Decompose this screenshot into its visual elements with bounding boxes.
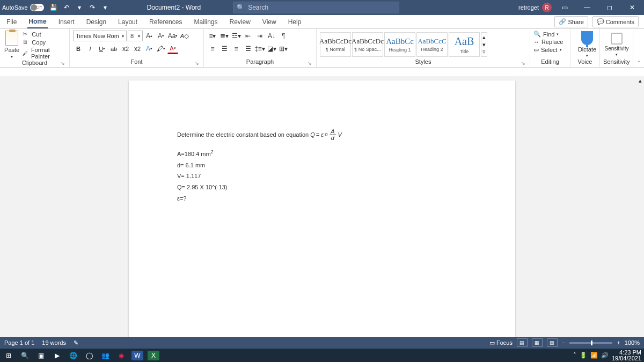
read-mode-button[interactable]: ▤	[517, 338, 528, 347]
highlight-button[interactable]: 🖍▾	[156, 43, 166, 54]
tab-layout[interactable]: Layout	[117, 16, 138, 28]
cut-button[interactable]: Cut	[23, 31, 66, 38]
document-page[interactable]: Determine the electric constant based on…	[129, 80, 515, 349]
minimize-button[interactable]: —	[577, 0, 597, 15]
edge-icon[interactable]: 🌐	[67, 351, 79, 360]
tray-chevron-icon[interactable]: ˄	[573, 352, 576, 359]
save-icon[interactable]: 💾	[49, 3, 58, 12]
tab-design[interactable]: Design	[85, 16, 107, 28]
tab-view[interactable]: View	[261, 16, 277, 28]
zoom-level[interactable]: 100%	[625, 339, 640, 346]
style-heading-1[interactable]: AaBbCcHeading 1	[384, 32, 415, 57]
tab-help[interactable]: Help	[287, 16, 303, 28]
align-left-button[interactable]: ≡	[207, 43, 218, 54]
zoom-out-button[interactable]: −	[562, 339, 565, 346]
bullets-button[interactable]: ≡▾	[207, 31, 218, 41]
avatar[interactable]: R	[542, 3, 552, 12]
style-title[interactable]: AaBTitle	[449, 32, 480, 57]
paste-button[interactable]: Paste ▾	[3, 31, 20, 59]
align-center-button[interactable]: ☰	[219, 43, 230, 54]
font-name-combo[interactable]: Times New Rom ▾	[73, 31, 127, 41]
tray-wifi-icon[interactable]: 📶	[590, 352, 598, 359]
styles-launcher-icon[interactable]: ↘	[521, 61, 525, 66]
qat-customize-icon[interactable]: ▾	[101, 3, 109, 12]
bold-button[interactable]: B	[73, 43, 84, 54]
search-box[interactable]: 🔍 Search	[233, 2, 399, 13]
find-button[interactable]: 🔍 Find ▾	[533, 31, 559, 38]
undo-icon[interactable]: ↶	[62, 3, 71, 12]
paragraph-launcher-icon[interactable]: ↘	[308, 61, 312, 66]
style-heading-2[interactable]: AaBbCcCHeading 2	[416, 32, 448, 57]
share-button[interactable]: 🔗 Share	[554, 16, 588, 27]
word-count[interactable]: 19 words	[42, 339, 66, 346]
maximize-button[interactable]: ◻	[600, 0, 619, 15]
clipboard-launcher-icon[interactable]: ↘	[61, 61, 65, 66]
word-icon[interactable]: W	[131, 351, 143, 360]
italic-button[interactable]: I	[85, 43, 96, 54]
style--no-spac-[interactable]: AaBbCcDc¶ No Spac...	[352, 32, 383, 57]
excel-icon[interactable]: X	[148, 351, 159, 360]
superscript-button[interactable]: x2	[132, 43, 143, 54]
grow-font-button[interactable]: A▴	[144, 31, 155, 41]
taskbar-app-1[interactable]: ▣	[35, 351, 47, 360]
zoom-slider[interactable]	[569, 342, 612, 344]
select-button[interactable]: ▭ Select ▾	[533, 46, 562, 53]
numbering-button[interactable]: ≣▾	[219, 31, 230, 41]
taskbar-app-2[interactable]: ▶	[51, 351, 63, 360]
teams-icon[interactable]: 👥	[99, 351, 111, 360]
text-effects-button[interactable]: A▾	[144, 43, 155, 54]
start-button[interactable]: ⊞	[3, 351, 14, 360]
change-case-button[interactable]: Aa▾	[167, 31, 178, 41]
multilevel-button[interactable]: ☲▾	[231, 31, 241, 41]
sensitivity-button[interactable]: Sensitivity ▾	[603, 31, 630, 58]
undo-more-icon[interactable]: ▾	[75, 3, 84, 12]
tab-insert[interactable]: Insert	[57, 16, 76, 28]
clear-format-button[interactable]: A◇	[179, 31, 190, 41]
font-size-combo[interactable]: 8▾	[128, 31, 143, 41]
font-launcher-icon[interactable]: ↘	[195, 61, 199, 66]
tab-references[interactable]: References	[148, 16, 183, 28]
tab-home[interactable]: Home	[27, 16, 47, 28]
copy-button[interactable]: Copy	[23, 39, 66, 46]
scroll-up-icon[interactable]: ▴	[639, 77, 642, 84]
sort-button[interactable]: A↓	[266, 31, 277, 41]
taskbar-search-icon[interactable]: 🔍	[19, 351, 31, 360]
increase-indent-button[interactable]: ⇥	[254, 31, 265, 41]
tab-mailings[interactable]: Mailings	[193, 16, 218, 28]
zoom-in-button[interactable]: +	[617, 339, 620, 346]
styles-scroll[interactable]: ▴▾▿	[481, 32, 487, 57]
format-painter-button[interactable]: Format Painter	[23, 47, 66, 60]
system-clock[interactable]: 4:23 PM 19/04/2021	[612, 350, 641, 361]
replace-button[interactable]: ↔ Replace	[533, 39, 563, 45]
redo-icon[interactable]: ↷	[88, 3, 97, 12]
tab-review[interactable]: Review	[228, 16, 251, 28]
borders-button[interactable]: ⊞▾	[278, 43, 289, 54]
vertical-scrollbar[interactable]: ▴▾	[636, 76, 644, 349]
collapse-ribbon-icon[interactable]: ˄	[638, 60, 640, 66]
taskbar-app-3[interactable]: ◉	[115, 351, 127, 360]
print-layout-button[interactable]: ▦	[532, 338, 543, 347]
style--normal[interactable]: AaBbCcDc¶ Normal	[320, 32, 351, 57]
decrease-indent-button[interactable]: ⇤	[243, 31, 253, 41]
page-indicator[interactable]: Page 1 of 1	[4, 339, 34, 346]
show-marks-button[interactable]: ¶	[278, 31, 289, 41]
chrome-icon[interactable]: ◯	[83, 351, 95, 360]
align-right-button[interactable]: ≡	[231, 43, 241, 54]
comments-button[interactable]: 💬 Comments	[592, 16, 639, 27]
strike-button[interactable]: ab	[108, 43, 119, 54]
spellcheck-icon[interactable]: ✎	[74, 339, 78, 346]
close-button[interactable]: ✕	[623, 0, 642, 15]
tray-battery-icon[interactable]: 🔋	[580, 352, 587, 359]
tab-file[interactable]: File	[5, 16, 18, 28]
line-spacing-button[interactable]: ‡≡▾	[254, 43, 265, 54]
subscript-button[interactable]: x2	[120, 43, 131, 54]
focus-mode-button[interactable]: ▭ Focus	[489, 339, 513, 346]
ribbon-mode-icon[interactable]: ▭	[555, 0, 574, 15]
justify-button[interactable]: ☰	[243, 43, 253, 54]
font-color-button[interactable]: A▾	[167, 43, 178, 54]
shrink-font-button[interactable]: A▾	[156, 31, 166, 41]
tray-sound-icon[interactable]: 🔊	[601, 352, 609, 359]
web-layout-button[interactable]: ▧	[547, 338, 558, 347]
dictate-button[interactable]: Dictate ▾	[574, 31, 601, 58]
autosave-toggle[interactable]: Off	[30, 4, 44, 11]
